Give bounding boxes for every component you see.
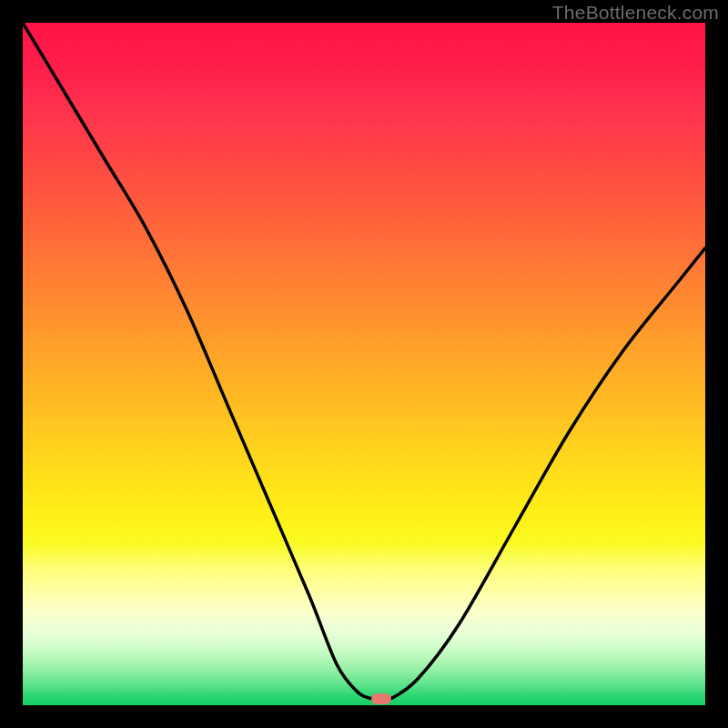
plot-area bbox=[23, 23, 705, 705]
bottleneck-curve-path bbox=[23, 23, 705, 700]
watermark-text: TheBottleneck.com bbox=[552, 2, 719, 24]
optimum-marker bbox=[371, 693, 391, 704]
curve-svg bbox=[23, 23, 705, 705]
chart-frame: TheBottleneck.com bbox=[0, 0, 728, 728]
